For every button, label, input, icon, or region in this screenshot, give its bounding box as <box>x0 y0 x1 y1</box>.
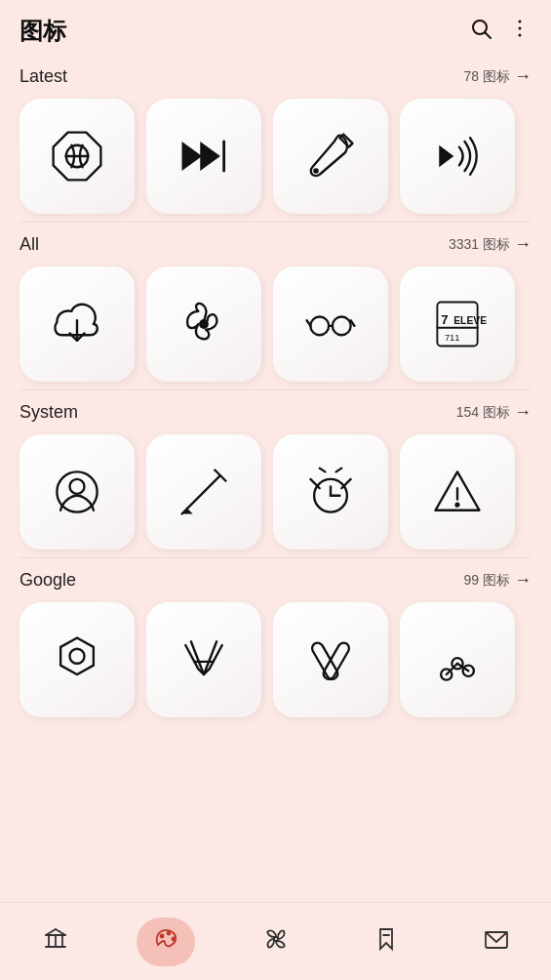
icon-angular-logo[interactable] <box>146 602 261 717</box>
header-actions <box>469 17 531 46</box>
svg-point-55 <box>167 931 170 934</box>
section-system: System 154 图标 → <box>0 390 551 557</box>
nav-item-palette[interactable] <box>137 918 195 966</box>
icon-double-pencil[interactable] <box>273 602 388 717</box>
svg-point-38 <box>70 649 85 664</box>
section-google-header: Google 99 图标 → <box>20 570 531 591</box>
svg-text:7: 7 <box>441 312 448 327</box>
section-all-count[interactable]: 3331 图标 → <box>449 234 531 255</box>
bookmark-icon <box>373 925 400 959</box>
svg-line-33 <box>320 469 326 472</box>
svg-line-27 <box>187 475 220 509</box>
nav-item-bookmark[interactable] <box>357 918 415 966</box>
icon-play-sound[interactable] <box>400 99 515 214</box>
svg-line-50 <box>56 929 65 935</box>
svg-marker-9 <box>200 142 220 171</box>
svg-point-2 <box>519 20 522 23</box>
more-icon[interactable] <box>508 17 531 46</box>
page-title: 图标 <box>20 16 66 47</box>
latest-icon-grid <box>20 99 531 214</box>
svg-point-36 <box>456 504 459 507</box>
chevron-right-icon: → <box>514 570 531 591</box>
svg-point-14 <box>200 320 208 328</box>
svg-point-3 <box>519 27 522 30</box>
section-system-count[interactable]: 154 图标 → <box>456 402 531 423</box>
all-icon-grid: 7 ELEVEN 711 <box>20 266 531 382</box>
svg-point-16 <box>333 317 351 336</box>
section-system-title: System <box>20 402 78 423</box>
section-latest-header: Latest 78 图标 → <box>20 66 531 87</box>
section-all-title: All <box>20 234 39 255</box>
icon-flower-spiral[interactable] <box>146 266 261 382</box>
icon-cloud-download[interactable] <box>20 266 135 382</box>
nav-item-mail[interactable] <box>467 918 526 966</box>
icon-globe-octagon[interactable] <box>20 99 135 214</box>
icon-seven-eleven[interactable]: 7 ELEVEN 711 <box>400 266 515 382</box>
icon-alarm-clock[interactable] <box>273 434 388 550</box>
icon-glasses[interactable] <box>273 266 388 382</box>
mail-icon <box>483 925 510 959</box>
icon-hex-gear[interactable] <box>20 602 135 717</box>
icon-wrench-tool[interactable] <box>273 99 388 214</box>
section-google: Google 99 图标 → <box>0 558 551 725</box>
section-google-count[interactable]: 99 图标 → <box>464 570 531 591</box>
icon-warning-triangle[interactable] <box>400 434 515 550</box>
icon-bar-chart[interactable] <box>400 602 515 717</box>
svg-point-4 <box>519 34 522 37</box>
bank-icon <box>42 925 69 959</box>
svg-point-11 <box>313 168 319 174</box>
svg-point-15 <box>310 317 329 336</box>
chevron-right-icon: → <box>514 66 531 87</box>
section-all: All 3331 图标 → <box>0 223 551 389</box>
svg-marker-8 <box>182 142 203 171</box>
bottom-navigation <box>0 902 551 980</box>
header: 图标 <box>0 0 551 55</box>
section-all-header: All 3331 图标 → <box>20 234 531 255</box>
svg-line-34 <box>336 469 342 472</box>
section-google-title: Google <box>20 570 76 591</box>
system-icon-grid <box>20 434 531 550</box>
section-latest-title: Latest <box>20 66 67 87</box>
section-latest-count[interactable]: 78 图标 → <box>464 66 531 87</box>
svg-line-18 <box>307 320 311 326</box>
svg-text:711: 711 <box>445 333 460 343</box>
google-icon-grid <box>20 602 531 717</box>
svg-line-1 <box>486 33 492 39</box>
nav-item-library[interactable] <box>26 918 85 966</box>
pinwheel-icon <box>262 925 290 959</box>
section-system-header: System 154 图标 → <box>20 402 531 423</box>
svg-marker-37 <box>60 638 94 675</box>
palette-icon <box>152 925 179 959</box>
search-icon[interactable] <box>469 17 492 46</box>
icon-skip-forward[interactable] <box>146 99 261 214</box>
svg-point-26 <box>70 479 85 494</box>
chevron-right-icon: → <box>514 402 531 423</box>
svg-text:ELEVEN: ELEVEN <box>453 315 487 326</box>
chevron-right-icon: → <box>514 234 531 255</box>
svg-marker-12 <box>439 145 453 168</box>
svg-line-49 <box>46 929 56 935</box>
svg-point-54 <box>160 934 163 937</box>
icon-user-circle[interactable] <box>20 434 135 550</box>
icon-pencil[interactable] <box>146 434 261 550</box>
section-latest: Latest 78 图标 → <box>0 55 551 222</box>
nav-item-pinwheel[interactable] <box>247 918 305 966</box>
svg-point-56 <box>172 937 175 940</box>
